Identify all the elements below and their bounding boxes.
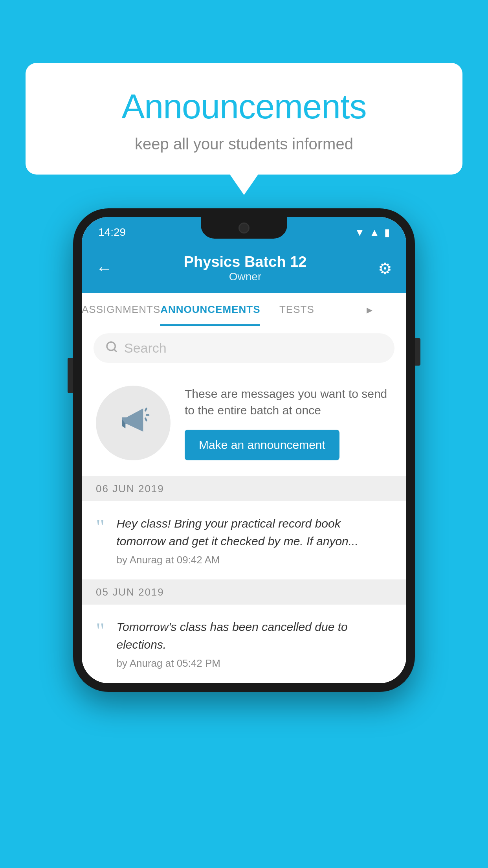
announcement-content-2: Tomorrow's class has been cancelled due … (116, 618, 392, 669)
svg-line-1 (114, 349, 116, 351)
svg-line-2 (145, 408, 147, 410)
wifi-icon: ▼ (355, 226, 365, 239)
status-icons: ▼ ▲ ▮ (355, 226, 390, 239)
speech-bubble-container: Announcements keep all your students inf… (26, 63, 462, 175)
megaphone-icon (116, 402, 151, 445)
quote-icon-2: " (96, 620, 105, 641)
tab-more[interactable]: ▸ (333, 293, 406, 326)
tab-announcements[interactable]: ANNOUNCEMENTS (160, 293, 260, 326)
announcement-content-1: Hey class! Bring your practical record b… (116, 515, 392, 566)
svg-line-4 (145, 418, 147, 421)
background: Announcements keep all your students inf… (0, 0, 488, 868)
speech-bubble: Announcements keep all your students inf… (26, 63, 462, 175)
search-icon (105, 340, 118, 356)
app-header: ← Physics Batch 12 Owner ⚙ (82, 244, 406, 293)
date-divider-june6: 06 JUN 2019 (82, 476, 406, 501)
status-time: 14:29 (98, 226, 126, 239)
announcement-meta-2: by Anurag at 05:42 PM (116, 657, 392, 669)
signal-icon: ▲ (369, 226, 380, 239)
megaphone-icon-circle (96, 386, 171, 460)
header-title-area: Physics Batch 12 Owner (184, 254, 307, 283)
bubble-title: Announcements (45, 86, 443, 127)
power-button (415, 338, 420, 366)
header-title: Physics Batch 12 (184, 254, 307, 270)
back-button[interactable]: ← (96, 259, 112, 278)
phone-mockup: 14:29 ▼ ▲ ▮ ← Physics Batch 12 Owner ⚙ (73, 208, 415, 692)
phone-notch (201, 217, 287, 239)
phone-outer: 14:29 ▼ ▲ ▮ ← Physics Batch 12 Owner ⚙ (73, 208, 415, 692)
promo-content: These are messages you want to send to t… (185, 386, 392, 460)
announcement-text-2: Tomorrow's class has been cancelled due … (116, 618, 392, 653)
make-announcement-button[interactable]: Make an announcement (185, 430, 339, 460)
tab-tests[interactable]: TESTS (260, 293, 333, 326)
date-divider-june5: 05 JUN 2019 (82, 580, 406, 605)
announcement-item-1[interactable]: " Hey class! Bring your practical record… (82, 501, 406, 580)
promo-area: These are messages you want to send to t… (82, 370, 406, 476)
phone-screen: 14:29 ▼ ▲ ▮ ← Physics Batch 12 Owner ⚙ (82, 217, 406, 683)
settings-button[interactable]: ⚙ (378, 259, 392, 278)
front-camera (238, 223, 250, 234)
tab-assignments[interactable]: ASSIGNMENTS (82, 293, 160, 326)
announcement-meta-1: by Anurag at 09:42 AM (116, 554, 392, 566)
tabs-bar: ASSIGNMENTS ANNOUNCEMENTS TESTS ▸ (82, 293, 406, 326)
quote-icon-1: " (96, 516, 105, 538)
volume-button (68, 358, 73, 393)
search-placeholder: Search (124, 340, 167, 356)
announcement-item-2[interactable]: " Tomorrow's class has been cancelled du… (82, 605, 406, 683)
bubble-subtitle: keep all your students informed (45, 135, 443, 153)
battery-icon: ▮ (384, 226, 390, 239)
announcement-text-1: Hey class! Bring your practical record b… (116, 515, 392, 550)
search-box[interactable]: Search (94, 333, 394, 363)
promo-description: These are messages you want to send to t… (185, 386, 392, 419)
header-subtitle: Owner (184, 270, 307, 283)
search-container: Search (82, 326, 406, 370)
